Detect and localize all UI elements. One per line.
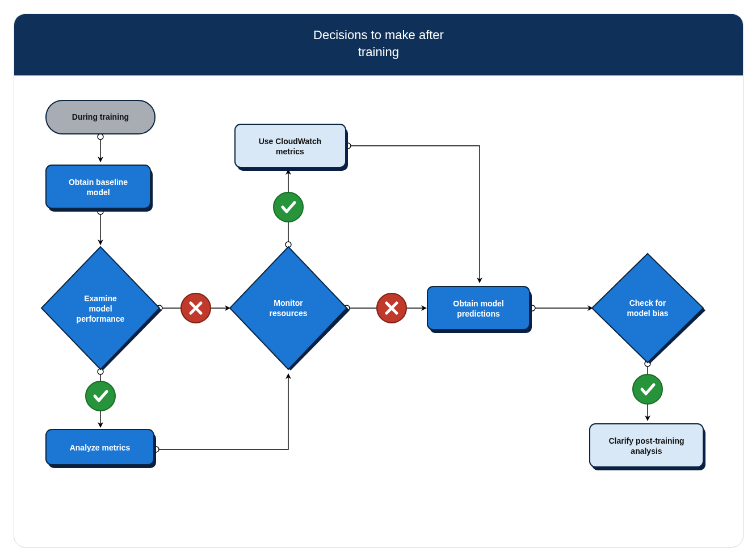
label-check-bias-l2: model bias bbox=[627, 309, 668, 318]
node-check-bias: Check for model bias bbox=[592, 254, 705, 364]
flowchart-svg: During training Obtain baseline model Ex… bbox=[14, 75, 743, 547]
node-monitor-resources: Monitor resources bbox=[230, 247, 350, 370]
svg-point-0 bbox=[98, 134, 103, 140]
title-line-1: Decisions to make after bbox=[14, 27, 743, 44]
cross-icon bbox=[181, 293, 211, 323]
check-icon bbox=[274, 192, 303, 222]
diagram-container: Decisions to make after training bbox=[14, 14, 744, 548]
svg-rect-38 bbox=[590, 424, 703, 467]
node-obtain-baseline: Obtain baseline model bbox=[46, 165, 153, 212]
svg-rect-34 bbox=[235, 124, 346, 167]
node-during-training: During training bbox=[46, 100, 155, 134]
node-examine-performance: Examine model performance bbox=[41, 247, 162, 370]
svg-rect-36 bbox=[427, 287, 530, 330]
label-clarify-l1: Clarify post-training bbox=[608, 436, 684, 445]
label-monitor-l2: resources bbox=[270, 309, 308, 318]
check-icon bbox=[86, 381, 115, 411]
label-check-bias-l1: Check for bbox=[629, 298, 666, 308]
label-obtain-pred-l2: predictions bbox=[457, 309, 500, 318]
label-obtain-baseline-l1: Obtain baseline bbox=[69, 178, 128, 187]
node-clarify-analysis: Clarify post-training analysis bbox=[590, 424, 705, 470]
label-cloudwatch-l2: metrics bbox=[276, 147, 304, 156]
cross-icon bbox=[377, 293, 406, 323]
diagram-canvas: During training Obtain baseline model Ex… bbox=[14, 75, 743, 547]
label-obtain-pred-l1: Obtain model bbox=[453, 299, 503, 308]
label-examine-l2: model bbox=[89, 304, 112, 313]
node-use-cloudwatch: Use CloudWatch metrics bbox=[235, 124, 348, 171]
label-cloudwatch-l1: Use CloudWatch bbox=[259, 137, 322, 146]
decision-badges bbox=[86, 192, 662, 411]
title-line-2: training bbox=[14, 44, 743, 61]
label-obtain-baseline-l2: model bbox=[86, 188, 110, 197]
label-monitor-l1: Monitor bbox=[274, 298, 303, 308]
svg-rect-30 bbox=[46, 165, 150, 208]
label-clarify-l2: analysis bbox=[631, 447, 662, 456]
label-examine-l1: Examine bbox=[84, 294, 117, 303]
node-analyze-metrics: Analyze metrics bbox=[46, 430, 156, 468]
edges bbox=[98, 134, 650, 452]
label-during-training: During training bbox=[72, 112, 129, 121]
diagram-header: Decisions to make after training bbox=[14, 14, 743, 75]
label-analyze-metrics: Analyze metrics bbox=[70, 443, 131, 452]
check-icon bbox=[633, 374, 662, 404]
node-obtain-predictions: Obtain model predictions bbox=[427, 287, 532, 333]
label-examine-l3: performance bbox=[77, 314, 125, 323]
